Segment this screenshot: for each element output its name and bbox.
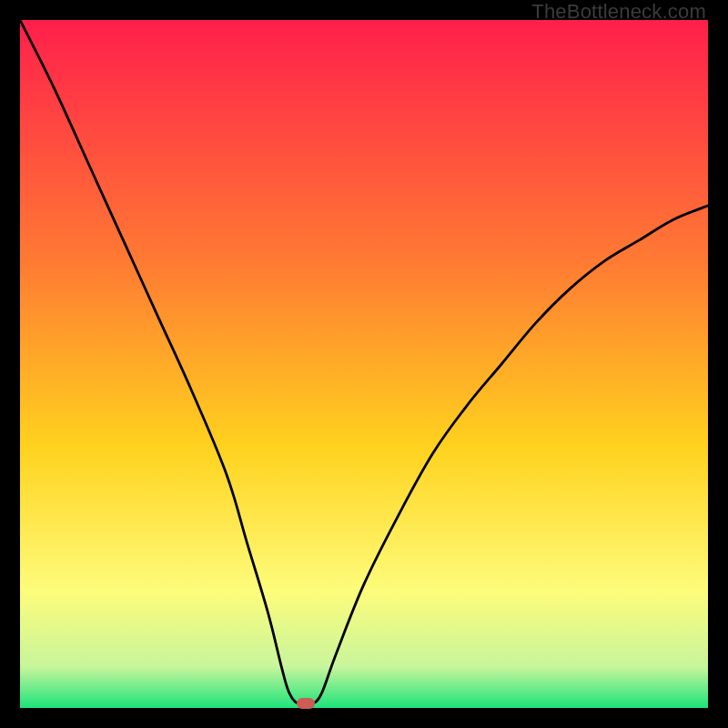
watermark-text: TheBottleneck.com [531, 0, 706, 24]
optimal-point-marker [297, 698, 315, 709]
plot-frame [20, 20, 708, 708]
svg-rect-0 [20, 20, 708, 708]
gradient-background [20, 20, 708, 708]
